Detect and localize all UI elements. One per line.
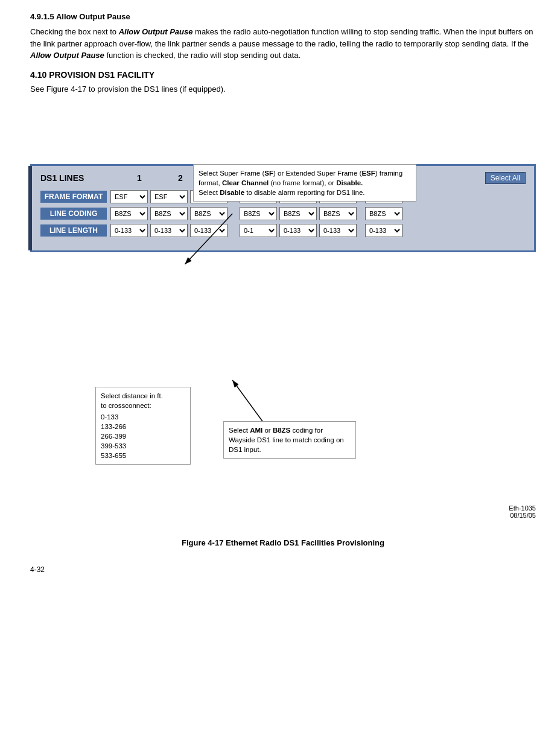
line-coding-label: LINE CODING [40,208,107,220]
line-length-dd-7[interactable]: 0-133133-266266-399399-533533-655 [365,224,402,237]
frame-format-dd-1[interactable]: ESFSFClear ChannelDisable [110,190,148,203]
frame-format-dd-2[interactable]: ESFSFClear ChannelDisable [150,190,188,203]
line-length-dd-3[interactable]: 0-133133-266266-399399-533533-655 [190,224,228,237]
line-length-dd-2[interactable]: 0-133133-266266-399399-533533-655 [150,224,188,237]
select-all-button[interactable]: Select All [485,172,526,184]
tooltip-ll-options: 0-133133-266266-399399-533533-655 [101,412,185,460]
col-num-left-1: 1 [119,173,160,183]
section-410-subtitle: See Figure 4-17 to provision the DS1 lin… [30,83,536,95]
tooltip-ll-line2: to crossconnect: [101,401,185,410]
line-length-row: LINE LENGTH 0-133133-266266-399399-53353… [40,224,526,237]
ds1-lines-label: DS1 LINES [40,173,107,183]
page-number: 4-32 [30,565,536,574]
line-coding-dd-7[interactable]: B8ZSAMI [365,207,402,220]
allow-output-pause-ref2: Allow Output Pause [30,51,104,60]
line-coding-dd-4[interactable]: B8ZSAMI [240,207,277,220]
tooltip-line-length: Select distance in ft. to crossconnect: … [95,387,191,465]
tooltip-ll-line1: Select distance in ft. [101,391,185,401]
line-length-dd-5[interactable]: 0-133133-266266-399399-533533-655 [279,224,317,237]
line-length-dd-6[interactable]: 0-133133-266266-399399-533533-655 [319,224,357,237]
figure-caption: Figure 4-17 Ethernet Radio DS1 Facilitie… [30,538,536,547]
line-coding-dd-5[interactable]: B8ZSAMI [279,207,317,220]
section-491-body: Checking the box next to Allow Output Pa… [30,26,536,62]
line-length-label: LINE LENGTH [40,224,107,237]
tooltip-line-coding: Select AMI or B8ZS coding for Wayside DS… [223,421,356,459]
line-coding-dd-3[interactable]: B8ZSAMI [190,207,228,220]
line-coding-row: LINE CODING B8ZSAMI B8ZSAMI B8ZSAMI B8ZS… [40,207,526,220]
tooltip-frame-format: Select Super Frame (SF) or Extended Supe… [193,164,416,202]
doc-reference: Eth-103508/15/05 [509,504,536,519]
line-coding-dd-2[interactable]: B8ZSAMI [150,207,188,220]
section-410-title: 4.10 PROVISION DS1 FACILITY [30,70,536,80]
line-coding-dd-6[interactable]: B8ZSAMI [319,207,357,220]
frame-format-label: FRAME FORMAT [40,191,107,203]
section-491-title: 4.9.1.5 Allow Output Pause [30,12,536,21]
line-length-dd-1[interactable]: 0-133133-266266-399399-533533-655 [110,224,148,237]
allow-output-pause-ref1: Allow Output Pause [119,27,193,36]
line-coding-dd-1[interactable]: B8ZSAMI [110,207,148,220]
line-length-dd-4[interactable]: 0-10-133133-266 [240,224,277,237]
